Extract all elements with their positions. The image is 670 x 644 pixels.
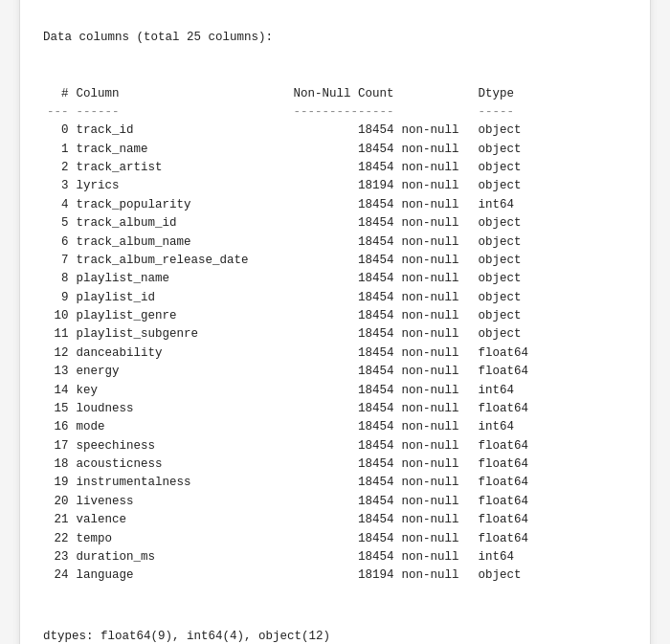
row-colname: lyrics (73, 177, 283, 195)
row-dtype: object (475, 214, 627, 233)
row-dtype: object (475, 122, 627, 140)
row-count: 18454 (283, 344, 398, 363)
header-line3: Data columns (total 25 columns): (43, 29, 627, 47)
row-colname: instrumentalness (73, 474, 283, 492)
row-nullstr: non-null (398, 344, 475, 363)
row-dtype: float64 (475, 511, 627, 529)
row-nullstr: non-null (398, 530, 475, 548)
row-dtype: float64 (475, 363, 627, 381)
row-count: 18454 (283, 437, 398, 455)
row-nullstr: non-null (398, 122, 475, 140)
row-idx: 4 (43, 196, 73, 214)
row-colname: track_name (73, 141, 283, 159)
row-dtype: object (475, 270, 627, 288)
row-count: 18454 (283, 289, 398, 307)
row-colname: danceability (73, 344, 283, 363)
table-row: 24 language 18194 non-null object (43, 566, 627, 585)
row-count: 18454 (283, 122, 398, 140)
code-output: <class 'pandas.core.frame.DataFrame'> Ra… (43, 0, 627, 85)
row-colname: track_album_id (73, 214, 283, 233)
row-count: 18454 (283, 159, 398, 177)
row-idx: 8 (43, 270, 73, 288)
row-nullstr: non-null (398, 141, 475, 159)
row-count: 18194 (283, 177, 398, 195)
row-count: 18454 (283, 493, 398, 511)
row-count: 18454 (283, 307, 398, 325)
row-idx: 18 (43, 455, 73, 474)
divider-col: ------ (73, 103, 283, 122)
table-row: 0 track_id 18454 non-null object (43, 122, 627, 140)
row-colname: language (73, 566, 283, 585)
row-dtype: float64 (475, 455, 627, 474)
row-idx: 17 (43, 437, 73, 455)
row-dtype: int64 (475, 196, 627, 214)
row-colname: loudness (73, 400, 283, 418)
table-row: 23 duration_ms 18454 non-null int64 (43, 548, 627, 566)
table-row: 5 track_album_id 18454 non-null object (43, 214, 627, 233)
row-count: 18454 (283, 548, 398, 566)
row-nullstr: non-null (398, 159, 475, 177)
table-row: 21 valence 18454 non-null float64 (43, 511, 627, 529)
row-nullstr: non-null (398, 437, 475, 455)
divider-hash: --- (43, 103, 73, 122)
row-dtype: float64 (475, 493, 627, 511)
table-row: 14 key 18454 non-null int64 (43, 382, 627, 400)
row-dtype: object (475, 141, 627, 159)
row-colname: track_popularity (73, 196, 283, 214)
row-count: 18454 (283, 455, 398, 474)
row-idx: 21 (43, 511, 73, 529)
row-idx: 0 (43, 122, 73, 140)
row-count: 18454 (283, 196, 398, 214)
table-row: 22 tempo 18454 non-null float64 (43, 530, 627, 548)
row-colname: track_artist (73, 159, 283, 177)
row-nullstr: non-null (398, 474, 475, 492)
col-header-nonnull: Non-Null Count (283, 85, 398, 103)
row-colname: valence (73, 511, 283, 529)
row-dtype: object (475, 325, 627, 344)
row-count: 18454 (283, 252, 398, 270)
row-colname: energy (73, 363, 283, 381)
row-idx: 22 (43, 530, 73, 548)
row-nullstr: non-null (398, 511, 475, 529)
table-row: 3 lyrics 18194 non-null object (43, 177, 627, 195)
row-colname: playlist_id (73, 289, 283, 307)
row-dtype: int64 (475, 382, 627, 400)
row-colname: duration_ms (73, 548, 283, 566)
row-idx: 20 (43, 493, 73, 511)
table-row: 19 instrumentalness 18454 non-null float… (43, 474, 627, 492)
dataframe-table: # Column Non-Null Count Dtype --- ------… (43, 85, 627, 586)
table-row: 8 playlist_name 18454 non-null object (43, 270, 627, 288)
footer-section: dtypes: float64(9), int64(4), object(12)… (43, 591, 627, 644)
row-nullstr: non-null (398, 307, 475, 325)
row-colname: playlist_subgenre (73, 325, 283, 344)
row-dtype: object (475, 252, 627, 270)
table-row: 12 danceability 18454 non-null float64 (43, 344, 627, 363)
row-colname: track_album_release_date (73, 252, 283, 270)
row-dtype: object (475, 566, 627, 585)
row-nullstr: non-null (398, 400, 475, 418)
row-idx: 12 (43, 344, 73, 363)
row-idx: 5 (43, 214, 73, 233)
row-idx: 15 (43, 400, 73, 418)
table-row: 18 acousticness 18454 non-null float64 (43, 455, 627, 474)
col-header-nullstr (398, 85, 475, 103)
table-row: 15 loudness 18454 non-null float64 (43, 400, 627, 418)
row-nullstr: non-null (398, 177, 475, 195)
table-row: 6 track_album_name 18454 non-null object (43, 233, 627, 252)
row-count: 18194 (283, 566, 398, 585)
row-idx: 11 (43, 325, 73, 344)
row-count: 18454 (283, 530, 398, 548)
row-idx: 6 (43, 233, 73, 252)
row-dtype: float64 (475, 474, 627, 492)
col-header-dtype: Dtype (475, 85, 627, 103)
row-idx: 19 (43, 474, 73, 492)
row-idx: 23 (43, 548, 73, 566)
table-row: 11 playlist_subgenre 18454 non-null obje… (43, 325, 627, 344)
row-count: 18454 (283, 325, 398, 344)
row-idx: 13 (43, 363, 73, 381)
table-row: 16 mode 18454 non-null int64 (43, 418, 627, 436)
row-idx: 10 (43, 307, 73, 325)
row-colname: track_id (73, 122, 283, 140)
col-header-column: Column (73, 85, 283, 103)
row-idx: 16 (43, 418, 73, 436)
